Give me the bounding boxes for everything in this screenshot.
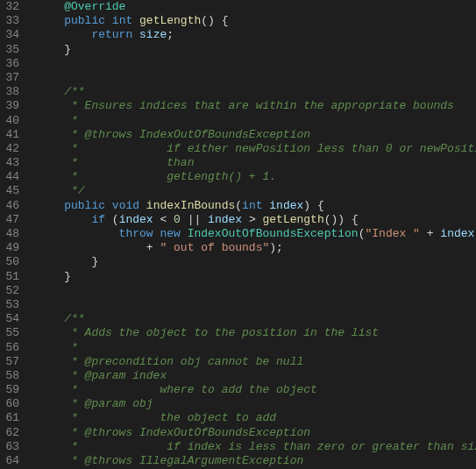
code-line bbox=[37, 284, 476, 298]
line-number: 56 bbox=[4, 341, 19, 355]
code-line: * the object to add bbox=[37, 411, 476, 425]
code-line: * if index is less than zero or greater … bbox=[37, 440, 476, 454]
code-editor: 3233343536373839404142434445464748495051… bbox=[0, 0, 476, 469]
line-number: 44 bbox=[4, 170, 19, 184]
code-line: public void indexInBounds(int index) { bbox=[37, 199, 476, 213]
line-number: 51 bbox=[4, 270, 19, 284]
code-line: * getLength() + 1. bbox=[37, 170, 476, 184]
line-number: 34 bbox=[4, 28, 19, 42]
line-number: 48 bbox=[4, 227, 19, 241]
line-number: 63 bbox=[4, 440, 19, 454]
code-line: * Adds the object to the position in the… bbox=[37, 326, 476, 340]
code-line bbox=[37, 71, 476, 85]
code-line: * @precondition obj cannot be null bbox=[37, 355, 476, 369]
line-number: 36 bbox=[4, 57, 19, 71]
line-number: 33 bbox=[4, 14, 19, 28]
code-line: * @param obj bbox=[37, 397, 476, 411]
code-line: * @param index bbox=[37, 369, 476, 383]
code-line: * Ensures indices that are within the ap… bbox=[37, 99, 476, 113]
line-number: 61 bbox=[4, 411, 19, 425]
code-line: * than bbox=[37, 156, 476, 170]
line-number: 64 bbox=[4, 454, 19, 468]
code-line: * bbox=[37, 114, 476, 128]
code-line: /** bbox=[37, 312, 476, 326]
line-number: 45 bbox=[4, 184, 19, 198]
code-line: * @throws IllegalArgumentException bbox=[37, 454, 476, 468]
line-number-gutter: 3233343536373839404142434445464748495051… bbox=[0, 0, 26, 469]
code-line: /** bbox=[37, 85, 476, 99]
line-number: 49 bbox=[4, 241, 19, 255]
code-line: * if either newPosition less than 0 or n… bbox=[37, 142, 476, 156]
line-number: 40 bbox=[4, 114, 19, 128]
code-line: throw new IndexOutOfBoundsException("Ind… bbox=[37, 227, 476, 241]
code-line: + " out of bounds"); bbox=[37, 241, 476, 255]
line-number: 47 bbox=[4, 213, 19, 227]
line-number: 57 bbox=[4, 355, 19, 369]
line-number: 50 bbox=[4, 255, 19, 269]
line-number: 46 bbox=[4, 199, 19, 213]
line-number: 39 bbox=[4, 99, 19, 113]
line-number: 41 bbox=[4, 128, 19, 142]
line-number: 53 bbox=[4, 298, 19, 312]
code-line: } bbox=[37, 255, 476, 269]
line-number: 42 bbox=[4, 142, 19, 156]
code-line: @Override bbox=[37, 0, 476, 14]
code-line: public int getLength() { bbox=[37, 14, 476, 28]
line-number: 37 bbox=[4, 71, 19, 85]
line-number: 32 bbox=[4, 0, 19, 14]
code-line: } bbox=[37, 270, 476, 284]
line-number: 38 bbox=[4, 85, 19, 99]
code-line bbox=[37, 298, 476, 312]
code-line: * @throws IndexOutOfBoundsException bbox=[37, 426, 476, 440]
line-number: 55 bbox=[4, 326, 19, 340]
line-number: 60 bbox=[4, 397, 19, 411]
line-number: 35 bbox=[4, 43, 19, 57]
code-area[interactable]: @Override public int getLength() { retur… bbox=[26, 0, 476, 469]
code-line: * where to add the object bbox=[37, 383, 476, 397]
code-line bbox=[37, 57, 476, 71]
code-line: if (index < 0 || index > getLength()) { bbox=[37, 213, 476, 227]
line-number: 62 bbox=[4, 426, 19, 440]
code-line: return size; bbox=[37, 28, 476, 42]
line-number: 52 bbox=[4, 284, 19, 298]
line-number: 59 bbox=[4, 383, 19, 397]
code-line: } bbox=[37, 43, 476, 57]
line-number: 43 bbox=[4, 156, 19, 170]
code-line: * @throws IndexOutOfBoundsException bbox=[37, 128, 476, 142]
code-line: */ bbox=[37, 184, 476, 198]
line-number: 58 bbox=[4, 369, 19, 383]
line-number: 54 bbox=[4, 312, 19, 326]
code-line: * bbox=[37, 341, 476, 355]
